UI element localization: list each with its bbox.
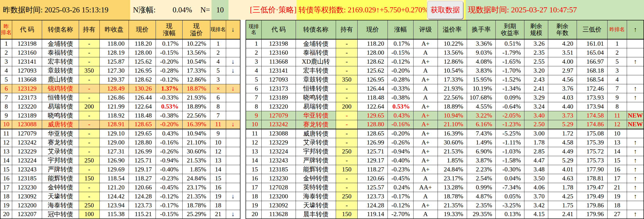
cell-rank-change-arrow[interactable]: [226, 111, 240, 120]
cell-rank-change-arrow[interactable]: ↓: [226, 84, 240, 93]
cell-turnover-rate[interactable]: 29.35%: [467, 210, 496, 219]
cell-ytm[interactable]: -1.65%: [496, 57, 524, 66]
cell-holding[interactable]: 150: [79, 174, 100, 183]
cell-rank-change-arrow[interactable]: ↑: [627, 57, 644, 66]
cell-rating[interactable]: A+: [413, 147, 438, 156]
cell-code[interactable]: 123185: [261, 165, 296, 174]
cell-current-rank[interactable]: 3: [210, 75, 226, 84]
cell-prev-close[interactable]: 129.37: [100, 75, 128, 84]
cell-three-low-price[interactable]: 168.54: [577, 75, 607, 84]
fetch-data-button[interactable]: 获取数据: [428, 1, 463, 19]
cell-code[interactable]: 113668: [261, 57, 296, 66]
cell-rank-change-arrow[interactable]: [226, 147, 240, 156]
cell-current-change[interactable]: -0.12%: [156, 75, 182, 84]
cell-current-price[interactable]: 122.64: [358, 102, 388, 111]
cell-yesterday-rank[interactable]: 12: [0, 138, 12, 147]
cell-turnover-rate[interactable]: 2.54%: [467, 174, 496, 183]
cell-current-rank[interactable]: 9: [246, 111, 261, 120]
cell-rating[interactable]: A: [413, 48, 438, 57]
cell-holding[interactable]: 200: [336, 102, 358, 111]
cell-holding[interactable]: -: [336, 66, 358, 75]
cell-code[interactable]: 127079: [12, 129, 42, 138]
cell-code[interactable]: 123220: [261, 102, 296, 111]
cell-current-price[interactable]: 118.20: [128, 39, 156, 48]
cell-premium-rate[interactable]: 12.86%: [438, 57, 467, 66]
cell-current-change[interactable]: -0.20%: [156, 57, 182, 66]
cell-remaining-size[interactable]: 4.47: [524, 156, 548, 165]
cell-current-rank[interactable]: 19: [210, 192, 226, 201]
cell-current-price[interactable]: 115.21: [128, 210, 156, 219]
cell-prev-close[interactable]: 115.38: [100, 210, 128, 219]
cell-remaining-years[interactable]: 5.29: [548, 156, 577, 165]
cell-change[interactable]: -0.26%: [388, 138, 413, 147]
cell-yesterday-rank[interactable]: 19: [607, 192, 627, 201]
cell-current-price[interactable]: 128.65: [128, 120, 156, 129]
cell-rank-change-arrow[interactable]: ↑: [627, 84, 644, 93]
cell-bond-name[interactable]: 英特转债: [296, 183, 336, 192]
cell-rank-change-arrow[interactable]: [226, 201, 240, 210]
cell-current-change[interactable]: -0.15%: [156, 210, 182, 219]
cell-yesterday-rank[interactable]: 3: [607, 66, 627, 75]
cell-current-price[interactable]: 128.62: [128, 75, 156, 84]
cell-current-rank[interactable]: 16: [246, 174, 261, 183]
cell-change[interactable]: -0.28%: [388, 75, 413, 84]
cell-yesterday-rank[interactable]: 2: [607, 48, 627, 57]
cell-code[interactable]: 123224: [12, 156, 42, 165]
cell-current-rank[interactable]: 8: [210, 102, 226, 111]
cell-bond-name[interactable]: 冠中转债: [42, 210, 79, 219]
cell-current-premium[interactable]: 16.39%: [182, 120, 210, 129]
cell-bond-name[interactable]: 严牌转债: [42, 165, 79, 174]
cell-turnover-rate[interactable]: 4.08%: [467, 57, 496, 66]
cell-premium-rate[interactable]: 23.17%: [438, 174, 467, 183]
cell-current-rank[interactable]: 11: [210, 120, 226, 129]
cell-turnover-rate[interactable]: 2.23%: [467, 165, 496, 174]
cell-holding[interactable]: 100: [79, 210, 100, 219]
cell-premium-rate[interactable]: 18.89%: [438, 102, 467, 111]
cell-rank-change-arrow[interactable]: [226, 48, 240, 57]
cell-yesterday-rank[interactable]: 13: [607, 138, 627, 147]
cell-current-price[interactable]: 126.99: [358, 138, 388, 147]
cell-change[interactable]: 0.43%: [388, 111, 413, 120]
cell-premium-rate[interactable]: 13.28%: [438, 183, 467, 192]
cell-rating[interactable]: A+: [413, 156, 438, 165]
cell-holding[interactable]: -: [79, 84, 100, 93]
cell-three-low-price[interactable]: 174.86: [577, 120, 607, 129]
cell-three-low-price[interactable]: 175.39: [577, 138, 607, 147]
cell-current-rank[interactable]: 17: [246, 183, 261, 192]
cell-remaining-years[interactable]: 4.56: [548, 75, 577, 84]
cell-premium-rate[interactable]: 10.94%: [438, 111, 467, 120]
cell-code[interactable]: 123141: [12, 57, 42, 66]
cell-turnover-rate[interactable]: 7.43%: [467, 129, 496, 138]
cell-yesterday-rank[interactable]: 15: [0, 165, 12, 174]
cell-holding[interactable]: -: [336, 111, 358, 120]
cell-change[interactable]: 0.17%: [388, 39, 413, 48]
cell-ytm[interactable]: 0.09%: [496, 93, 524, 102]
cell-current-rank[interactable]: 1: [246, 39, 261, 48]
cell-yesterday-rank[interactable]: 17: [607, 174, 627, 183]
cell-current-price[interactable]: 118.27: [358, 165, 388, 174]
cell-ytm[interactable]: -1.70%: [496, 66, 524, 75]
cell-bond-name[interactable]: 恒锋转债: [42, 93, 79, 102]
cell-yesterday-rank[interactable]: 16: [607, 165, 627, 174]
cell-remaining-years[interactable]: 4.03: [548, 93, 577, 102]
cell-holding[interactable]: 150: [336, 165, 358, 174]
cell-yesterday-rank[interactable]: 8: [607, 102, 627, 111]
cell-code[interactable]: 123173: [261, 84, 296, 93]
cell-yesterday-rank[interactable]: 9: [607, 93, 627, 102]
cell-remaining-size[interactable]: 2.85: [524, 147, 548, 156]
cell-yesterday-rank[interactable]: 9: [0, 111, 12, 120]
cell-premium-rate[interactable]: 17.33%: [438, 75, 467, 84]
cell-bond-name[interactable]: 能辉转债: [296, 165, 336, 174]
cell-rank-change-arrow[interactable]: ↓: [226, 57, 240, 66]
cell-prev-close[interactable]: 124.42: [100, 192, 128, 201]
cell-bond-name[interactable]: 艾录转债: [296, 138, 336, 147]
cell-holding[interactable]: -: [79, 129, 100, 138]
cell-current-change[interactable]: -0.26%: [156, 147, 182, 156]
cell-current-premium[interactable]: 13.56%: [182, 48, 210, 57]
cell-holding[interactable]: -: [336, 174, 358, 183]
cell-bond-name[interactable]: XD鹿山转: [296, 57, 336, 66]
cell-current-rank[interactable]: 3: [246, 57, 261, 66]
cell-code[interactable]: 123189: [12, 111, 42, 120]
cell-rank-change-arrow[interactable]: [226, 183, 240, 192]
cell-turnover-rate[interactable]: 2.35%: [467, 201, 496, 210]
